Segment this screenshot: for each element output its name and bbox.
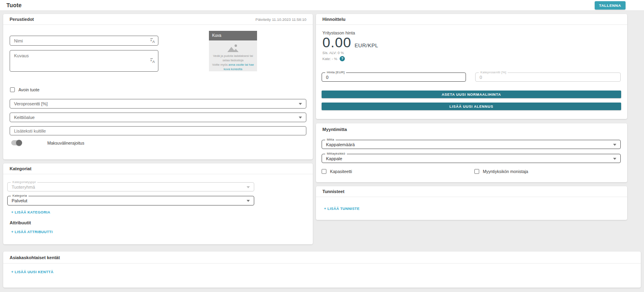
add-custom-field-button[interactable]: + LISÄÄ UUSI KENTTÄ xyxy=(11,270,53,274)
veroprosentti-value: Veroprosentti [%] xyxy=(14,101,48,106)
updated-timestamp: Päivitetty 11.10.2023 11:58:10 xyxy=(255,17,306,22)
company-price: 0.00 EUR/KPL xyxy=(322,34,378,50)
perustiedot-header: Perustiedot Päivitetty 11.10.2023 11:58:… xyxy=(3,14,313,25)
maksuvalinerajoitus-row: Maksuvälinerajoitus xyxy=(11,140,84,145)
maksuvalinerajoitus-toggle[interactable] xyxy=(11,140,22,145)
kateprosentti-value: 0 xyxy=(480,75,482,80)
keittioalue-select[interactable]: Keittiöalue xyxy=(10,113,306,122)
translate-icon[interactable]: xA xyxy=(150,57,155,64)
nimi-field: xA xyxy=(10,36,158,46)
price-unit: EUR/KPL xyxy=(354,42,378,48)
card-myyntimitta: Myyntimitta Mitta Kappalemäärä Mittayksi… xyxy=(316,123,627,182)
set-normal-price-button[interactable]: ASETA UUSI NORMAALIHINTA xyxy=(322,91,621,98)
add-category-button[interactable]: + LISÄÄ KATEGORIA xyxy=(11,210,50,214)
checkbox-box[interactable] xyxy=(322,169,326,174)
mitta-select[interactable]: Mitta Kappalemäärä xyxy=(322,140,621,149)
topbar: Tuote TALLENNA xyxy=(0,0,644,11)
chevron-down-icon xyxy=(247,186,250,188)
add-attribute-button[interactable]: + LISÄÄ ATTRIBUUTTI xyxy=(11,230,53,234)
chevron-down-icon xyxy=(613,158,616,160)
mitta-value: Kappalemäärä xyxy=(326,142,355,147)
attribuutit-title: Attribuutit xyxy=(10,220,31,225)
mitta-label: Mitta xyxy=(325,138,336,141)
kapasiteetti-checkbox[interactable]: Kapasiteetti xyxy=(322,169,352,174)
image-dropzone[interactable]: Vedä ja pudota ladataksesi tai selaa tie… xyxy=(209,40,257,71)
image-upload-area[interactable]: Kuva Vedä ja pudota ladataksesi tai sela… xyxy=(209,31,257,71)
save-button[interactable]: TALLENNA xyxy=(595,1,626,10)
mittayksikko-select[interactable]: Mittayksikkö Kappale xyxy=(322,154,621,163)
chevron-down-icon xyxy=(247,200,250,202)
hinta-label: Hinta [EUR] xyxy=(325,70,346,74)
kategoriat-title: Kategoriat xyxy=(10,166,31,171)
card-perustiedot: Perustiedot Päivitetty 11.10.2023 11:58:… xyxy=(3,14,313,159)
svg-text:A: A xyxy=(152,60,155,63)
add-discount-button[interactable]: LISÄÄ UUSI ALENNUS xyxy=(322,103,621,110)
kategoriatyyppi-label: Kategoriatyyppi xyxy=(11,180,37,184)
tunnisteet-header: Tunnisteet xyxy=(316,186,627,197)
kuvaus-textarea[interactable] xyxy=(10,50,158,71)
mittayksikko-value: Kappale xyxy=(326,156,342,161)
perustiedot-title: Perustiedot xyxy=(10,17,34,22)
chevron-down-icon xyxy=(299,103,302,105)
checkbox-box[interactable] xyxy=(474,169,479,174)
mittayksikko-label: Mittayksikkö xyxy=(325,152,347,155)
translate-icon[interactable]: xA xyxy=(150,37,155,44)
lisateksti-field xyxy=(10,126,306,135)
kategoria-value: Palvelut xyxy=(12,198,27,203)
kategoria-label: Kategoria xyxy=(11,194,28,197)
kategoria-select[interactable]: Kategoria Palvelut xyxy=(7,196,254,205)
image-upload-title: Kuva xyxy=(209,31,257,40)
svg-text:x: x xyxy=(150,38,152,42)
card-asiakaskohtaiset: Asiakaskohtaiset kentät + LISÄÄ UUSI KEN… xyxy=(3,252,641,288)
alt-upload-line: Voitte myös anna osoite tai hae kuva kon… xyxy=(211,63,255,72)
chevron-down-icon xyxy=(613,144,616,146)
kapasiteetti-label: Kapasiteetti xyxy=(330,169,352,174)
hinta-field[interactable]: Hinta [EUR] 0 xyxy=(322,72,466,82)
toggle-knob xyxy=(16,140,22,146)
kategoriatyyppi-value: Tuoteryhmä xyxy=(12,185,35,189)
checkbox-box[interactable] xyxy=(10,87,15,92)
hinta-value: 0 xyxy=(326,75,328,80)
help-icon[interactable]: ? xyxy=(340,56,345,61)
tunnisteet-title: Tunnisteet xyxy=(322,189,344,194)
card-kategoriat: Kategoriat Kategoriatyyppi Tuoteryhmä Ka… xyxy=(3,163,313,244)
margin-text: Kate: - % xyxy=(322,57,337,61)
keittioalue-value: Keittiöalue xyxy=(14,115,34,120)
card-tunnisteet: Tunnisteet + LISÄÄ TUNNISTE xyxy=(316,186,627,220)
maksuvalinerajoitus-label: Maksuvälinerajoitus xyxy=(47,141,84,145)
veroprosentti-select[interactable]: Veroprosentti [%] xyxy=(10,99,306,109)
page-title: Tuote xyxy=(6,2,22,8)
chevron-down-icon xyxy=(299,117,302,119)
avoin-tuote-label: Avoin tuote xyxy=(18,87,39,92)
add-tag-button[interactable]: + LISÄÄ TUNNISTE xyxy=(324,207,360,211)
hinnoittelu-header: Hinnoittelu xyxy=(316,14,627,25)
kuvaus-field: xA xyxy=(10,50,158,72)
svg-text:x: x xyxy=(150,58,152,62)
margin-row: Kate: - % ? xyxy=(322,56,345,61)
asiakaskohtaiset-header: Asiakaskohtaiset kentät xyxy=(3,252,641,264)
monistaja-checkbox[interactable]: Myyntiyksikön monistaja xyxy=(474,169,528,174)
nimi-input[interactable] xyxy=(10,36,158,45)
price-value: 0.00 xyxy=(322,34,351,50)
monistaja-label: Myyntiyksikön monistaja xyxy=(483,169,528,174)
kategoriat-header: Kategoriat xyxy=(3,163,313,174)
myyntimitta-header: Myyntimitta xyxy=(316,123,627,135)
svg-text:A: A xyxy=(152,39,155,43)
card-hinnoittelu: Hinnoittelu Yritystason hinta 0.00 EUR/K… xyxy=(316,14,627,119)
lisateksti-input[interactable] xyxy=(10,127,306,135)
kategoriatyyppi-select[interactable]: Kategoriatyyppi Tuoteryhmä xyxy=(7,182,254,191)
myyntimitta-title: Myyntimitta xyxy=(322,127,347,132)
hinnoittelu-title: Hinnoittelu xyxy=(322,17,345,22)
kateprosentti-field[interactable]: Kateprosentti [%] 0 xyxy=(475,72,621,82)
image-url-link[interactable]: anna osoite tai hae kuva koneelta xyxy=(224,63,254,71)
image-placeholder-icon xyxy=(226,44,240,52)
avoin-tuote-checkbox[interactable]: Avoin tuote xyxy=(10,87,39,92)
asiakaskohtaiset-title: Asiakaskohtaiset kentät xyxy=(10,255,60,260)
drop-instructions: Vedä ja pudota ladataksesi tai selaa tie… xyxy=(211,54,255,63)
vat-included-text: Sis. ALV: 0 % xyxy=(322,51,344,55)
kateprosentti-label: Kateprosentti [%] xyxy=(479,70,508,74)
